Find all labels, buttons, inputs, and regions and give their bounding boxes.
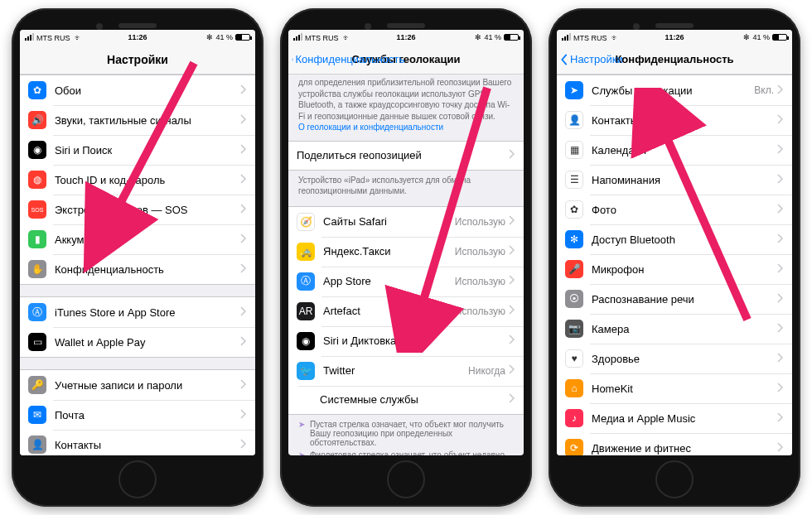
cell-detail: Использую — [455, 306, 505, 317]
privacy-cell-reminders[interactable]: ☰Напоминания — [557, 165, 792, 195]
privacy-cell-location[interactable]: ➤Службы геолокацииВкл. — [557, 75, 792, 105]
cell-label: Artefact — [323, 305, 455, 317]
settings-cell-siri[interactable]: ◉Siri и Поиск — [20, 135, 255, 165]
nav-bar: Конфиденциальность Службы геолокации — [288, 45, 524, 75]
settings-cell-accounts[interactable]: 🔑Учетные записи и пароли — [20, 370, 255, 400]
settings-cell-sounds[interactable]: 🔊Звуки, тактильные сигналы — [20, 105, 255, 135]
home-button[interactable] — [387, 460, 425, 498]
privacy-list[interactable]: ➤Службы геолокацииВкл.👤Контакты▦Календар… — [557, 75, 792, 455]
chevron-right-icon — [777, 174, 784, 186]
chevron-right-icon — [240, 144, 247, 156]
privacy-cell-health[interactable]: ♥Здоровье — [557, 344, 792, 373]
screen-1: MTS RUS ᯤ 11:26 ✻41 % Настройки ✿Обои🔊Зв… — [20, 30, 255, 455]
battery-icon — [772, 34, 787, 41]
location-list[interactable]: для определения приблизительной геопозиц… — [288, 75, 524, 455]
battery-icon: ▮ — [28, 230, 46, 248]
siri-icon: ◉ — [28, 141, 46, 159]
privacy-cell-calendars[interactable]: ▦Календари — [557, 135, 792, 165]
settings-cell-battery[interactable]: ▮Аккумулятор — [20, 224, 255, 254]
app-cell-safari[interactable]: 🧭Сайты SafariИспользую — [288, 207, 524, 237]
share-location-cell[interactable]: Поделиться геопозицией — [288, 142, 524, 170]
chevron-right-icon — [509, 215, 515, 228]
chevron-right-icon — [240, 233, 247, 246]
chevron-right-icon — [509, 305, 515, 317]
contacts2-icon: 👤 — [565, 111, 583, 129]
cell-label: Контакты — [55, 439, 240, 451]
privacy-cell-speech[interactable]: ⦿Распознавание речи — [557, 284, 792, 314]
back-button[interactable]: Настройки — [560, 53, 623, 65]
system-services-cell[interactable]: Системные службы — [288, 386, 524, 414]
signal-icon — [25, 33, 34, 41]
status-left: MTS RUS ᯤ — [25, 33, 82, 42]
status-bar: MTS RUS ᯤ 11:26 ✻41 % — [288, 30, 524, 45]
app-cell-artefact[interactable]: ARArtefactИспользую — [288, 296, 524, 326]
app-cell-twitter[interactable]: 🐦TwitterНикогда — [288, 356, 524, 386]
phone-location-services: MTS RUS ᯤ 11:26 ✻41 % Конфиденциальность… — [280, 8, 532, 507]
cell-label: Напоминания — [592, 174, 777, 186]
appstore-icon: Ⓐ — [28, 303, 46, 321]
settings-cell-privacy[interactable]: ✋Конфиденциальность — [20, 254, 255, 284]
page-title: Настройки — [107, 53, 168, 66]
page-title: Конфиденциальность — [615, 53, 733, 65]
photos-icon: ✿ — [565, 200, 583, 219]
chevron-right-icon — [777, 383, 784, 395]
phone-privacy: MTS RUS ᯤ 11:26 ✻41 % Настройки Конфиден… — [549, 8, 800, 507]
safari-icon: 🧭 — [297, 213, 315, 231]
privacy-cell-fitness[interactable]: ⟳Движение и фитнес — [557, 433, 792, 455]
back-button[interactable]: Конфиденциальность — [292, 53, 404, 65]
cell-label: Siri и Диктовка — [323, 335, 509, 347]
back-label: Настройки — [570, 53, 623, 65]
appstore2-icon: Ⓐ — [297, 272, 315, 291]
accounts-icon: 🔑 — [28, 376, 46, 394]
cell-label: Поделиться геопозицией — [297, 149, 509, 161]
privacy-cell-contacts2[interactable]: 👤Контакты — [557, 105, 792, 135]
settings-cell-sos[interactable]: SOSЭкстренный вызов — SOS — [20, 195, 255, 224]
cell-label: Распознавание речи — [592, 293, 777, 306]
chevron-right-icon — [777, 353, 784, 365]
home-button[interactable] — [655, 460, 694, 498]
chevron-right-icon — [240, 439, 247, 451]
privacy-cell-camera[interactable]: 📷Камера — [557, 314, 792, 344]
chevron-right-icon — [240, 379, 247, 392]
status-left: MTS RUS ᯤ — [293, 33, 350, 42]
signal-icon — [562, 33, 571, 41]
chevron-right-icon — [240, 409, 247, 421]
speech-icon: ⦿ — [565, 290, 583, 308]
privacy-cell-music[interactable]: ♪Медиа и Apple Music — [557, 403, 792, 433]
bt-icon: ✻ — [565, 230, 583, 248]
app-cell-siri2[interactable]: ◉Siri и Диктовка — [288, 326, 524, 356]
settings-list[interactable]: ✿Обои🔊Звуки, тактильные сигналы◉Siri и П… — [20, 75, 255, 455]
app-cell-appstore2[interactable]: ⒶApp StoreИспользую — [288, 267, 524, 296]
settings-cell-wallet[interactable]: ▭Wallet и Apple Pay — [20, 327, 255, 357]
settings-cell-mail[interactable]: ✉Почта — [20, 400, 255, 430]
yandex-icon: 🚕 — [297, 243, 315, 261]
wallpaper-icon: ✿ — [28, 81, 46, 99]
privacy-cell-photos[interactable]: ✿Фото — [557, 195, 792, 224]
privacy-cell-homekit[interactable]: ⌂HomeKit — [557, 373, 792, 403]
fitness-icon: ⟳ — [565, 439, 583, 455]
app-cell-yandex[interactable]: 🚕Яндекс.ТаксиИспользую — [288, 237, 524, 267]
settings-cell-contacts[interactable]: 👤Контакты — [20, 430, 255, 455]
music-icon: ♪ — [565, 409, 583, 427]
cell-detail: Использую — [455, 246, 505, 258]
privacy-cell-mic[interactable]: 🎤Микрофон — [557, 254, 792, 284]
siri2-icon: ◉ — [297, 332, 315, 350]
chevron-right-icon — [240, 306, 247, 319]
camera-icon: 📷 — [565, 320, 583, 338]
top-description: для определения приблизительной геопозиц… — [288, 75, 524, 136]
cell-detail: Никогда — [468, 365, 505, 377]
contacts-icon: 👤 — [28, 436, 46, 454]
chevron-left-icon — [292, 54, 293, 65]
cell-detail: Вкл. — [754, 84, 774, 96]
cell-label: Почта — [55, 409, 240, 421]
location-arrow-icon: ➤ — [298, 420, 305, 447]
settings-cell-appstore[interactable]: ⒶiTunes Store и App Store — [20, 297, 255, 327]
about-location-link[interactable]: О геолокации и конфиденциальности — [298, 123, 443, 132]
privacy-cell-bt[interactable]: ✻Доступ Bluetooth — [557, 224, 792, 254]
cell-label: Siri и Поиск — [55, 144, 240, 156]
settings-cell-touchid[interactable]: ◍Touch ID и код-пароль — [20, 165, 255, 195]
home-button[interactable] — [118, 460, 157, 498]
battery-icon — [235, 34, 250, 41]
settings-cell-wallpaper[interactable]: ✿Обои — [20, 75, 255, 105]
chevron-right-icon — [240, 336, 247, 349]
